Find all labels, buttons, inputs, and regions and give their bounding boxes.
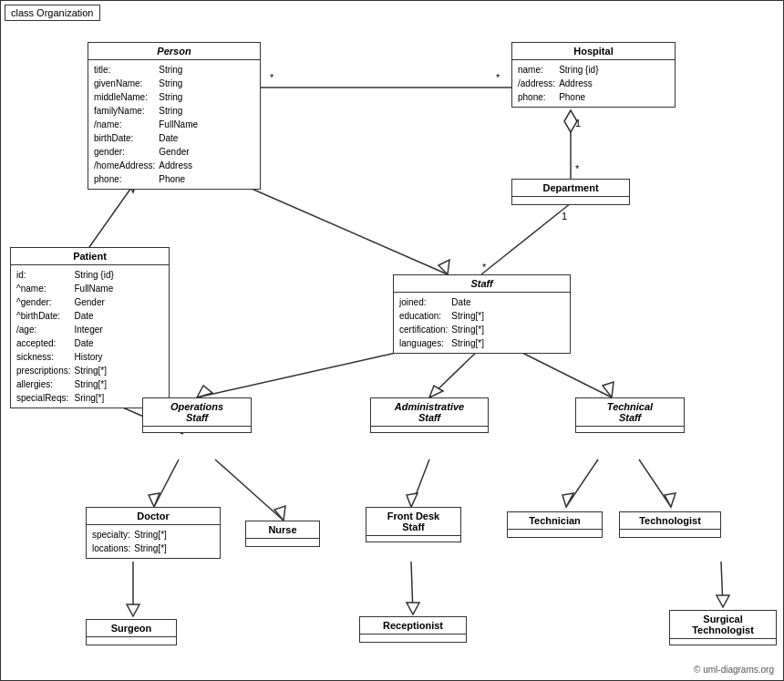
diagram: class Organization * * 1 * 1 * * *	[0, 0, 784, 681]
class-front-desk-staff-body	[366, 536, 460, 542]
class-hospital: Hospital name:String {id} /address:Addre…	[511, 42, 676, 108]
class-operations-staff-header: OperationsStaff	[143, 398, 251, 427]
svg-text:*: *	[482, 262, 487, 273]
class-surgeon-header: Surgeon	[87, 620, 176, 637]
svg-marker-22	[603, 382, 614, 397]
class-surgical-technologist-header: SurgicalTechnologist	[670, 611, 776, 639]
svg-marker-36	[407, 603, 419, 614]
svg-marker-32	[665, 493, 676, 507]
class-staff-body: joined:Date education:String[*] certific…	[394, 293, 570, 353]
class-patient-header: Patient	[11, 248, 169, 265]
class-technical-staff-header: TechnicalStaff	[576, 398, 684, 427]
svg-marker-24	[149, 493, 160, 507]
class-hospital-header: Hospital	[512, 43, 675, 60]
class-patient: Patient id:String {id} ^name:FullName ^g…	[10, 247, 170, 408]
svg-text:1: 1	[562, 211, 567, 222]
svg-marker-26	[274, 506, 285, 521]
svg-marker-34	[127, 604, 139, 616]
svg-marker-28	[407, 493, 418, 507]
class-operations-staff: OperationsStaff	[142, 397, 252, 433]
class-receptionist-body	[360, 635, 466, 642]
class-technologist-body	[620, 530, 720, 537]
class-department-body	[512, 197, 629, 204]
class-surgeon: Surgeon	[86, 619, 177, 645]
class-nurse-body	[246, 539, 319, 546]
class-staff-header: Staff	[394, 275, 570, 293]
class-administrative-staff-body	[371, 427, 488, 432]
svg-line-29	[566, 459, 598, 507]
class-technician-header: Technician	[508, 512, 602, 530]
svg-line-12	[229, 179, 448, 274]
class-surgical-technologist: SurgicalTechnologist	[669, 610, 777, 645]
class-front-desk-staff: Front DeskStaff	[366, 507, 461, 542]
svg-line-25	[215, 459, 284, 521]
class-technologist-header: Technologist	[620, 512, 720, 530]
class-receptionist-header: Receptionist	[360, 617, 466, 635]
class-administrative-staff: AdministrativeStaff	[370, 397, 489, 433]
class-administrative-staff-header: AdministrativeStaff	[371, 398, 488, 427]
class-nurse-header: Nurse	[246, 521, 319, 539]
class-doctor: Doctor specialty:String[*] locations:Str…	[86, 507, 221, 559]
class-department: Department	[511, 179, 630, 205]
class-person-body: title:String givenName:String middleName…	[88, 60, 260, 189]
class-doctor-body: specialty:String[*] locations:String[*]	[87, 525, 220, 558]
svg-marker-38	[717, 595, 729, 607]
copyright: © uml-diagrams.org	[694, 665, 774, 675]
svg-line-21	[511, 347, 612, 397]
svg-text:*: *	[496, 72, 500, 83]
svg-marker-18	[197, 386, 212, 397]
class-department-header: Department	[512, 180, 629, 197]
svg-line-35	[411, 562, 413, 614]
class-person: Person title:String givenName:String mid…	[88, 42, 261, 190]
class-doctor-header: Doctor	[87, 508, 220, 525]
class-person-header: Person	[88, 43, 260, 60]
svg-line-7	[481, 203, 571, 274]
class-technical-staff-body	[576, 427, 684, 432]
class-technologist: Technologist	[619, 511, 721, 538]
class-surgeon-body	[87, 637, 176, 645]
class-surgical-technologist-body	[670, 639, 776, 645]
class-technical-staff: TechnicalStaff	[575, 397, 685, 433]
diagram-title: class Organization	[5, 5, 100, 21]
svg-text:*: *	[575, 163, 580, 174]
svg-line-17	[197, 347, 420, 397]
svg-line-23	[154, 459, 179, 507]
svg-marker-13	[438, 260, 449, 274]
svg-text:*: *	[270, 72, 274, 83]
class-front-desk-staff-header: Front DeskStaff	[366, 508, 460, 536]
svg-marker-4	[564, 110, 577, 132]
class-receptionist: Receptionist	[359, 616, 467, 643]
class-technician-body	[508, 530, 602, 537]
svg-line-27	[411, 459, 429, 507]
class-staff: Staff joined:Date education:String[*] ce…	[393, 274, 571, 354]
svg-line-31	[639, 459, 671, 507]
svg-line-19	[429, 347, 481, 397]
svg-marker-20	[429, 386, 443, 397]
svg-line-37	[721, 562, 723, 607]
class-technician: Technician	[507, 511, 603, 538]
class-nurse: Nurse	[245, 521, 320, 547]
class-operations-staff-body	[143, 427, 251, 432]
svg-marker-30	[562, 493, 573, 507]
class-hospital-body: name:String {id} /address:Address phone:…	[512, 60, 675, 107]
class-patient-body: id:String {id} ^name:FullName ^gender:Ge…	[11, 265, 169, 408]
svg-text:1: 1	[575, 118, 581, 129]
